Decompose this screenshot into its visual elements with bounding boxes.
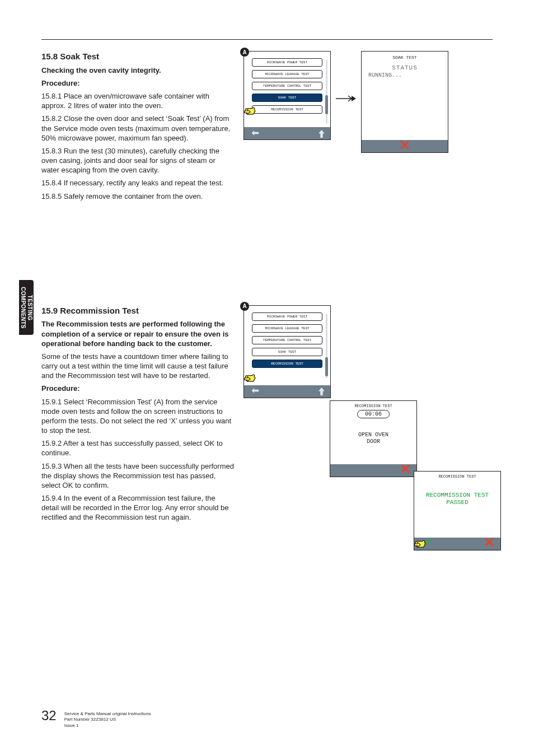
step-15-8-4: 15.8.4 If necessary, rectify any leaks a… [41, 178, 235, 188]
step-15-9-1: 15.9.1 Select ‘Recommission Test’ (A) fr… [41, 397, 235, 436]
figure-soak-test: A MICROWAVE POWER TEST MICROWAVE LEAKAGE… [243, 51, 493, 153]
procedure-label-2: Procedure: [41, 384, 235, 393]
section-soak-test: 15.8 Soak Test Checking the oven cavity … [41, 51, 493, 204]
timer-screen-title: RECOMISSION TEST [330, 401, 416, 410]
step-15-8-2: 15.8.2 Close the oven door and select ‘S… [41, 114, 235, 142]
step-15-8-3: 15.8.3 Run the test (30 minutes), carefu… [41, 146, 235, 175]
soak-test-heading: 15.8 Soak Test [41, 51, 235, 62]
footer-line-2: Part Number 32Z3812 US [64, 717, 151, 723]
page-footer: 32 Service & Parts Manual original Instr… [41, 708, 151, 729]
footer-line-1: Service & Parts Manual original Instruct… [64, 711, 151, 717]
chapter-tab-line2: COMPONENTS [20, 287, 26, 329]
menu-item-temperature-control-2[interactable]: TEMPERATURE CONTROL TEST [252, 336, 322, 344]
step-15-9-4: 15.9.4 In the event of a Recommission te… [41, 493, 235, 522]
pointer-hand-icon-3 [413, 536, 429, 552]
flow-arrow-icon [333, 51, 359, 146]
marker-a: A [240, 48, 249, 57]
chapter-tab-line1: TESTING [27, 295, 33, 320]
page-number: 32 [41, 708, 57, 724]
back-icon[interactable] [250, 129, 260, 138]
back-icon-2[interactable] [250, 387, 260, 395]
recommission-text: 15.9 Recommission Test The Recommission … [41, 305, 235, 526]
recommission-passed-screen: RECOMISSION TEST RECOMMISSION TEST PASSE… [414, 471, 501, 550]
menu-item-recommission-2[interactable]: RECOMISSION TEST [252, 360, 322, 368]
passed-msg-line2: PASSED [414, 499, 500, 507]
status-value: RUNNING... [362, 71, 448, 78]
menu-item-microwave-leakage[interactable]: MICROWAVE LEAKAGE TEST [252, 70, 322, 78]
menu-scrollbar-2[interactable] [325, 314, 328, 378]
soak-test-text: 15.8 Soak Test Checking the oven cavity … [41, 51, 235, 204]
up-arrow-icon[interactable] [318, 130, 325, 137]
procedure-label: Procedure: [41, 78, 235, 88]
soak-status-screen: SOAK TEST STATUS RUNNING... [361, 51, 448, 153]
menu-item-microwave-power-2[interactable]: MICROWAVE POWER TEST [252, 312, 322, 321]
step-15-8-5: 15.8.5 Safely remove the container from … [41, 192, 235, 201]
menu-item-microwave-leakage-2[interactable]: MICROWAVE LEAKAGE TEST [252, 324, 322, 333]
status-screen-title: SOAK TEST [362, 52, 448, 61]
figure-recommission: A MICROWAVE POWER TEST MICROWAVE LEAKAGE… [243, 305, 507, 585]
test-menu-screen-2: A MICROWAVE POWER TEST MICROWAVE LEAKAGE… [243, 305, 331, 398]
cancel-x-icon[interactable] [400, 141, 409, 152]
timer-instruction: OPEN OVEN DOOR [330, 432, 416, 464]
recommission-timer-screen: RECOMISSION TEST 00:06 OPEN OVEN DOOR [330, 400, 417, 477]
menu-item-soak-test[interactable]: SOAK TEST [252, 94, 322, 102]
menu-item-recommission[interactable]: RECOMISSION TEST [252, 105, 322, 114]
test-menu-screen: A MICROWAVE POWER TEST MICROWAVE LEAKAGE… [243, 51, 331, 140]
step-15-8-1: 15.8.1 Place an oven/microwave safe cont… [41, 91, 235, 110]
menu-item-temperature-control[interactable]: TEMPERATURE CONTROL TEST [252, 82, 322, 90]
footer-line-3: Issue 1 [64, 723, 151, 729]
status-label: STATUS [362, 64, 448, 71]
menu-item-soak-test-2[interactable]: SOAK TEST [252, 348, 322, 356]
menu-item-microwave-power[interactable]: MICROWAVE POWER TEST [252, 58, 322, 67]
countdown-timer: 00:06 [357, 410, 390, 418]
step-15-9-3: 15.9.3 When all the tests have been succ… [41, 461, 235, 490]
section-recommission-test: 15.9 Recommission Test The Recommission … [41, 305, 493, 585]
pointer-hand-icon-2 [243, 370, 259, 386]
chapter-tab: TESTING COMPONENTS [19, 280, 34, 335]
menu-scrollbar[interactable] [325, 59, 328, 124]
up-arrow-icon-2[interactable] [318, 388, 325, 395]
recommission-subhead: The Recommission tests are performed fol… [41, 319, 235, 348]
footer-info: Service & Parts Manual original Instruct… [64, 708, 151, 729]
recommission-intro: Some of the tests have a countdown timer… [41, 352, 235, 380]
step-15-9-2: 15.9.2 After a test has successfully pas… [41, 438, 235, 458]
recommission-heading: 15.9 Recommission Test [41, 305, 235, 316]
passed-msg-line1: RECOMMISSION TEST [414, 492, 500, 500]
marker-a-2: A [240, 302, 249, 311]
page: 15.8 Soak Test Checking the oven cavity … [0, 0, 534, 756]
soak-test-subhead: Checking the oven cavity integrity. [41, 66, 235, 75]
passed-message: RECOMMISSION TEST PASSED [414, 492, 500, 538]
cancel-x-icon-2[interactable] [401, 464, 410, 476]
cancel-x-icon-3[interactable] [485, 538, 494, 549]
timer-msg-line2: DOOR [330, 438, 416, 446]
top-rule [41, 39, 493, 40]
passed-screen-title: RECOMISSION TEST [414, 472, 500, 492]
pointer-hand-icon [243, 103, 259, 119]
timer-msg-line1: OPEN OVEN [330, 432, 416, 439]
